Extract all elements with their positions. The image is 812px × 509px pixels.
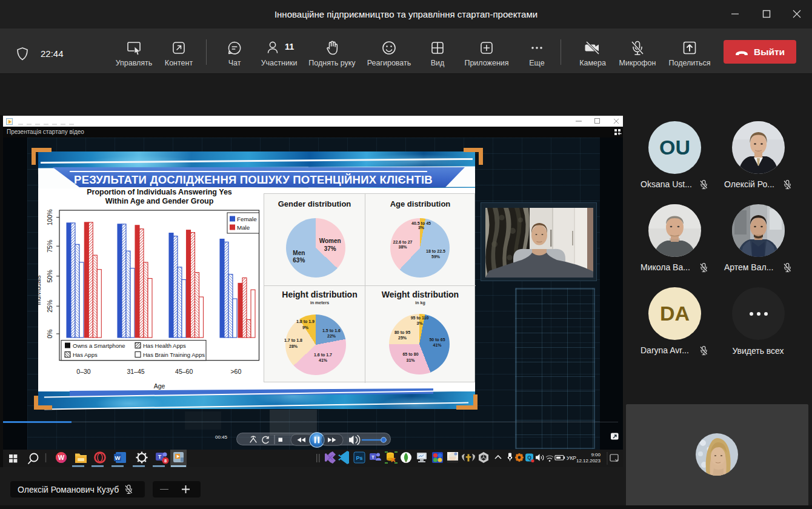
svg-text:T: T	[371, 454, 374, 460]
svg-text:Proportion of Individuals Answ: Proportion of Individuals Answering Yes	[87, 188, 232, 196]
svg-text:Individuals: Individuals	[38, 275, 42, 305]
svg-text:45–60: 45–60	[175, 368, 193, 375]
svg-text:Q: Q	[527, 454, 531, 461]
svg-text:УКР: УКР	[567, 455, 576, 461]
svg-text:Male: Male	[237, 224, 250, 231]
svg-text:Has Health Apps: Has Health Apps	[143, 342, 186, 349]
svg-text:50%: 50%	[46, 270, 53, 282]
svg-text:9:00: 9:00	[591, 452, 601, 457]
svg-text:Within Age and Gender Group: Within Age and Gender Group	[105, 197, 214, 205]
svg-text:>60: >60	[230, 368, 241, 375]
svg-text:8: 8	[164, 458, 167, 464]
svg-text:31–45: 31–45	[127, 368, 144, 375]
svg-text:0–30: 0–30	[76, 368, 91, 375]
svg-text:W: W	[58, 454, 65, 461]
svg-text:Female: Female	[237, 216, 257, 222]
svg-text:Age: Age	[154, 382, 165, 390]
svg-text:25%: 25%	[46, 300, 53, 313]
svg-text:T: T	[158, 454, 162, 460]
svg-text:Ps: Ps	[356, 455, 362, 461]
svg-text:Owns a Smartphone: Owns a Smartphone	[73, 342, 125, 349]
svg-text:12.12.2023: 12.12.2023	[576, 458, 601, 464]
svg-text:W: W	[115, 454, 121, 461]
svg-text:100%: 100%	[46, 209, 53, 225]
svg-text:75%: 75%	[46, 240, 53, 253]
svg-text:Has Apps: Has Apps	[73, 351, 98, 358]
svg-text:Has Brain Training Apps: Has Brain Training Apps	[143, 351, 205, 358]
svg-text:0%: 0%	[46, 329, 53, 338]
